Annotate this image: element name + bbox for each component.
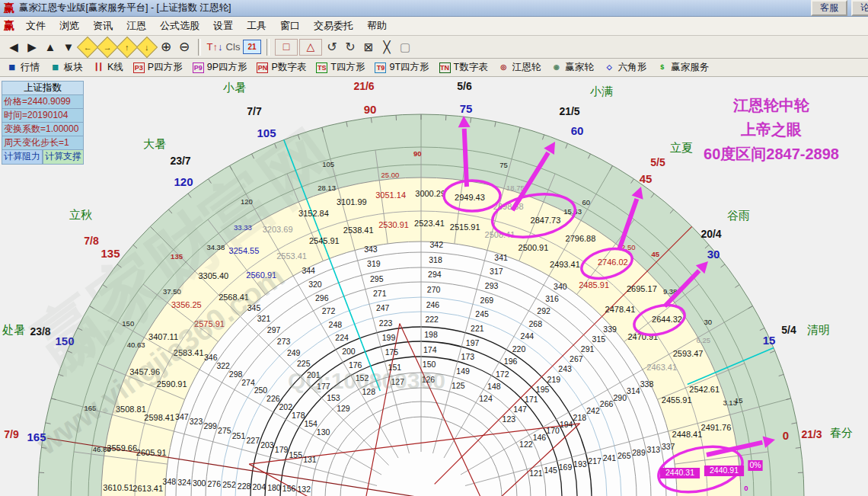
tool-六角形[interactable]: ◇六角形 <box>604 61 647 74</box>
nav-right-icon[interactable]: ▶ <box>24 38 40 56</box>
calc-support-button[interactable]: 计算支撑 <box>43 150 84 165</box>
P数字表-icon: PN <box>257 62 268 73</box>
svg-text:2545.91: 2545.91 <box>309 236 340 245</box>
pan-right-icon[interactable]: → <box>97 36 118 57</box>
9T四方形-icon: T9 <box>375 62 386 73</box>
svg-text:2553.41: 2553.41 <box>276 251 307 261</box>
rotate-cw-icon[interactable]: ↻ <box>342 38 359 56</box>
svg-text:130: 130 <box>317 427 330 437</box>
svg-text:244: 244 <box>521 331 535 341</box>
menu-item-设置[interactable]: 设置 <box>206 18 240 34</box>
boxed-x-icon[interactable]: ⊠ <box>360 38 377 56</box>
app-window: 01530456075901051201351501651803.136.259… <box>0 0 868 496</box>
menu-item-工具[interactable]: 工具 <box>240 18 273 34</box>
tool-P数字表[interactable]: PNP数字表 <box>257 61 306 74</box>
tool-K线[interactable]: ┃┃K线 <box>93 61 123 74</box>
titlebar-button-客服[interactable]: 客服 <box>811 0 847 16</box>
menu-item-公式选股[interactable]: 公式选股 <box>153 18 206 34</box>
svg-text:195: 195 <box>536 385 550 394</box>
svg-text:90: 90 <box>364 103 377 116</box>
svg-text:226: 226 <box>266 394 280 403</box>
tool-赢家服务[interactable]: $赢家服务 <box>656 61 709 74</box>
svg-text:60: 60 <box>582 198 591 206</box>
svg-text:266: 266 <box>600 399 614 408</box>
titlebar-buttons: 客服论坛 <box>811 0 868 16</box>
triangle-tool-icon[interactable]: △ <box>299 39 322 56</box>
T数字表-icon: TN <box>439 62 451 73</box>
nav-left-icon[interactable]: ◀ <box>5 38 22 56</box>
svg-text:317: 317 <box>490 267 503 276</box>
menu-item-资讯[interactable]: 资讯 <box>86 18 120 34</box>
svg-text:2590.91: 2590.91 <box>157 379 187 389</box>
square-tool-icon[interactable]: □ <box>275 39 298 56</box>
tool-行情[interactable]: ▦行情 <box>6 61 40 74</box>
annotation-note-line: 江恩轮中轮 <box>680 93 863 117</box>
tool-江恩轮[interactable]: ◎江恩轮 <box>498 61 541 74</box>
svg-text:23/7: 23/7 <box>170 155 190 167</box>
tool-label: K线 <box>107 61 123 74</box>
rotate-ccw-icon[interactable]: ↺ <box>324 38 340 56</box>
zoom-out-icon[interactable]: ⊖ <box>176 38 193 56</box>
nav-down-icon[interactable]: ▼ <box>60 38 77 56</box>
pan-left-icon[interactable]: ← <box>77 36 98 57</box>
tool-label: 9T四方形 <box>389 61 429 74</box>
tool-label: T四方形 <box>330 61 365 74</box>
tool-T四方形[interactable]: TST四方形 <box>316 61 365 74</box>
svg-text:268: 268 <box>528 319 542 328</box>
window-title: 赢家江恩专业版[赢家服务平台] - [上证指数 江恩轮] <box>19 2 231 14</box>
menu-item-文件[interactable]: 文件 <box>19 18 53 34</box>
svg-text:267: 267 <box>570 354 583 363</box>
calendar-icon[interactable]: 21 <box>243 40 261 54</box>
svg-text:347: 347 <box>175 412 189 421</box>
cls-button[interactable]: Cls <box>225 38 241 56</box>
tool-P四方形[interactable]: P3P四方形 <box>133 61 183 74</box>
tool-板块[interactable]: ▩板块 <box>49 61 83 74</box>
svg-text:154: 154 <box>304 419 318 428</box>
svg-text:248: 248 <box>329 320 343 329</box>
svg-text:344: 344 <box>302 266 315 275</box>
calc-resistance-button[interactable]: 计算阻力 <box>2 150 43 165</box>
svg-text:170: 170 <box>546 426 560 435</box>
svg-text:5/4: 5/4 <box>781 324 796 336</box>
svg-text:251: 251 <box>232 431 246 440</box>
t-updown-icon[interactable]: T↑↓ <box>206 38 223 56</box>
svg-text:249: 249 <box>287 348 301 357</box>
titlebar-button-论坛[interactable]: 论坛 <box>851 0 868 16</box>
menu-item-浏览[interactable]: 浏览 <box>53 18 86 34</box>
svg-text:169: 169 <box>559 462 573 472</box>
svg-text:271: 271 <box>373 289 387 298</box>
P四方形-icon: P3 <box>133 62 145 73</box>
menu-item-窗口[interactable]: 窗口 <box>273 18 307 34</box>
svg-text:196: 196 <box>504 357 518 366</box>
menu-item-交易委托[interactable]: 交易委托 <box>307 18 360 34</box>
svg-text:30: 30 <box>704 318 713 326</box>
行情-icon: ▦ <box>6 62 18 73</box>
svg-text:274: 274 <box>241 378 255 387</box>
converge-icon[interactable]: ╳ <box>378 38 395 56</box>
svg-text:173: 173 <box>461 352 475 361</box>
menu-item-江恩[interactable]: 江恩 <box>120 18 153 34</box>
nav-up-icon[interactable]: ▲ <box>42 38 59 56</box>
pan-down-icon[interactable]: ↓ <box>136 36 158 57</box>
svg-text:2605.91: 2605.91 <box>136 448 167 457</box>
svg-text:春分: 春分 <box>830 426 853 439</box>
svg-text:QQ:100800360: QQ:100800360 <box>288 368 445 393</box>
svg-text:199: 199 <box>382 333 396 342</box>
svg-text:2796.88: 2796.88 <box>566 234 596 243</box>
svg-text:296: 296 <box>315 293 329 302</box>
tool-赢家轮[interactable]: ◉赢家轮 <box>550 61 594 74</box>
annotation-note: 江恩轮中轮上帝之眼60度区间2847-2898 <box>680 93 863 166</box>
svg-text:179: 179 <box>275 445 289 454</box>
tool-9P四方形[interactable]: P99P四方形 <box>193 61 247 74</box>
tool-T数字表[interactable]: TNT数字表 <box>439 61 488 74</box>
zoom-in-icon[interactable]: ⊕ <box>158 38 174 56</box>
pan-up-icon[interactable]: ↑ <box>116 36 138 57</box>
tool-9T四方形[interactable]: T99T四方形 <box>375 61 429 74</box>
menu-item-帮助[interactable]: 帮助 <box>360 18 394 34</box>
eraser-icon[interactable]: ▢ <box>397 38 413 56</box>
svg-text:小暑: 小暑 <box>222 81 246 94</box>
svg-text:2440.91: 2440.91 <box>710 466 739 475</box>
tool-label: P四方形 <box>148 61 183 74</box>
svg-text:0: 0 <box>783 429 789 442</box>
svg-text:223: 223 <box>379 318 393 328</box>
